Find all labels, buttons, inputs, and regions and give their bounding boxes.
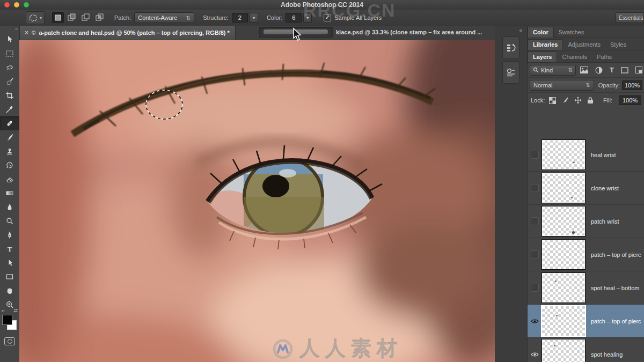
filter-adjustment-layers-icon[interactable]: [595, 67, 603, 74]
structure-input[interactable]: 2: [232, 13, 248, 23]
dock-collapse-chevron[interactable]: «: [495, 26, 527, 34]
layer-thumbnail[interactable]: [541, 239, 586, 270]
tab-drag-slot[interactable]: [259, 27, 333, 38]
filter-pixel-layers-icon[interactable]: [580, 67, 588, 73]
eraser-tool[interactable]: [0, 172, 19, 186]
tools-collapse-chevron[interactable]: »: [0, 26, 19, 33]
panel-dock-strip: «: [495, 26, 527, 362]
add-to-selection-button[interactable]: [66, 12, 78, 23]
clone-stamp-tool[interactable]: [0, 144, 19, 158]
tab-color[interactable]: Color: [528, 27, 554, 38]
layer-row-heal-wrist[interactable]: heal wrist: [528, 138, 644, 172]
layer-name[interactable]: spot healing: [591, 351, 623, 358]
crop-tool[interactable]: [0, 88, 19, 102]
document-tab-bar: × © a-patch clone and heal.psd @ 50% (pa…: [19, 26, 495, 41]
layer-row-spot-heal-bottom[interactable]: spot heal – bottom: [528, 271, 644, 305]
intersect-selection-button[interactable]: [94, 12, 106, 23]
visibility-toggle[interactable]: [528, 284, 541, 292]
path-selection-tool[interactable]: [0, 256, 19, 270]
history-panel-button[interactable]: [502, 36, 519, 59]
structure-label: Structure:: [203, 14, 229, 21]
updown-arrows-icon: ⇅: [186, 15, 191, 21]
properties-panel-button[interactable]: [502, 61, 519, 84]
tab-libraries[interactable]: Libraries: [528, 39, 563, 50]
visibility-toggle[interactable]: [528, 352, 541, 357]
lock-transparency-icon[interactable]: [549, 97, 556, 104]
layer-name[interactable]: patch – top of pierc: [591, 318, 641, 324]
pen-tool[interactable]: [0, 228, 19, 242]
dodge-tool[interactable]: [0, 214, 19, 228]
document-tab-active[interactable]: × © a-patch clone and heal.psd @ 50% (pa…: [19, 26, 236, 40]
lock-position-icon[interactable]: [574, 97, 582, 104]
patch-mode-select[interactable]: Content-Aware ⇅: [134, 12, 194, 23]
visibility-toggle[interactable]: [528, 250, 541, 258]
layer-row-patch-top[interactable]: patch – top of pierc: [528, 238, 644, 271]
visibility-toggle[interactable]: [528, 319, 541, 324]
filter-smart-objects-icon[interactable]: [635, 67, 642, 73]
lock-all-icon[interactable]: [587, 97, 594, 104]
tab-drag-slot-bar: [264, 29, 328, 34]
kind-filter-select[interactable]: Kind ⇅: [530, 65, 576, 76]
layer-thumbnail[interactable]: [541, 339, 586, 362]
default-colors-icon[interactable]: ▪▫: [2, 308, 5, 313]
visibility-toggle[interactable]: [528, 184, 541, 192]
layer-name[interactable]: clone wrist: [591, 185, 619, 191]
tab-paths[interactable]: Paths: [592, 52, 617, 62]
tab-channels[interactable]: Channels: [557, 52, 591, 62]
tab-styles[interactable]: Styles: [605, 40, 631, 50]
subtract-from-selection-button[interactable]: [80, 12, 92, 23]
layer-thumbnail[interactable]: [541, 306, 586, 336]
spot-healing-brush-tool[interactable]: [0, 116, 19, 130]
type-tool[interactable]: T: [0, 242, 19, 256]
history-brush-tool[interactable]: [0, 158, 19, 172]
layer-name[interactable]: heal wrist: [591, 152, 616, 158]
sample-all-layers-checkbox[interactable]: ✓: [324, 14, 331, 21]
visibility-toggle[interactable]: [528, 151, 541, 159]
fill-input[interactable]: 100%: [619, 95, 641, 105]
visibility-toggle[interactable]: [528, 217, 541, 225]
document-canvas[interactable]: 人人素材: [19, 40, 495, 362]
tool-preset-button[interactable]: ▾: [26, 11, 45, 24]
tab-swatches[interactable]: Swatches: [554, 27, 589, 38]
tab-close-icon[interactable]: ×: [25, 29, 28, 36]
new-selection-button[interactable]: [52, 12, 64, 23]
layer-thumbnail[interactable]: [541, 206, 586, 237]
tab-adjustments[interactable]: Adjustments: [563, 40, 605, 50]
layer-name[interactable]: patch – top of pierc: [591, 252, 641, 258]
opacity-input[interactable]: 100%: [622, 80, 642, 90]
document-tab-inactive[interactable]: klace.psd @ 33.3% (clone stamp – fix are…: [336, 29, 482, 35]
filter-shape-layers-icon[interactable]: [621, 67, 628, 73]
tab-layers[interactable]: Layers: [528, 51, 557, 62]
hand-tool[interactable]: [0, 284, 19, 298]
structure-dropdown-button[interactable]: ▾: [250, 13, 258, 23]
brush-tool[interactable]: [0, 130, 19, 144]
gradient-tool[interactable]: [0, 186, 19, 200]
workspace-switcher-button[interactable]: Essentials: [616, 12, 644, 23]
eyedropper-tool[interactable]: [0, 102, 19, 116]
blend-mode-select[interactable]: Normal ⇅: [530, 80, 594, 91]
layer-row-spot-healing[interactable]: spot healing: [528, 338, 644, 362]
quick-mask-button[interactable]: [4, 337, 15, 345]
layer-name[interactable]: spot heal – bottom: [591, 285, 640, 291]
lasso-tool[interactable]: [0, 61, 19, 75]
filter-type-icons: T: [580, 66, 642, 74]
layer-thumbnail[interactable]: [541, 173, 586, 203]
color-dropdown-button[interactable]: ▾: [303, 13, 312, 23]
quick-selection-tool[interactable]: [0, 75, 19, 88]
filter-type-layers-icon[interactable]: T: [610, 66, 614, 74]
rectangle-shape-tool[interactable]: [0, 270, 19, 284]
layer-thumbnail[interactable]: [541, 139, 586, 170]
foreground-color-swatch[interactable]: [2, 315, 12, 325]
color-input[interactable]: 6: [286, 13, 302, 23]
sample-all-layers-option[interactable]: ✓ Sample All Layers: [324, 14, 382, 21]
rectangular-marquee-tool[interactable]: [0, 47, 19, 61]
move-tool[interactable]: [0, 33, 19, 47]
blur-tool[interactable]: [0, 200, 19, 214]
layer-row-patch-wrist[interactable]: patch wrist: [528, 205, 644, 238]
layer-row-clone-wrist[interactable]: clone wrist: [528, 172, 644, 205]
layer-name[interactable]: patch wrist: [591, 218, 619, 225]
layer-row-patch-top-selected[interactable]: patch – top of pierc: [528, 305, 644, 338]
layer-thumbnail[interactable]: [541, 272, 586, 303]
swap-colors-icon[interactable]: ⇄: [13, 308, 18, 313]
lock-pixels-icon[interactable]: [561, 97, 569, 104]
